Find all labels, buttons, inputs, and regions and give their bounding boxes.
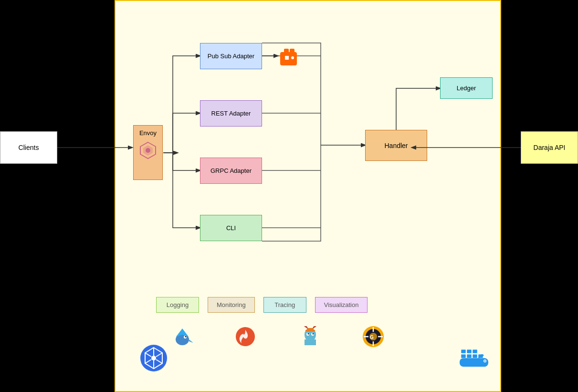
tracing-badge: Tracing [263,297,306,313]
grpc-adapter-label: GRPC Adapter [210,167,252,174]
pub-sub-adapter-node: Pub Sub Adapter [200,43,262,69]
svg-rect-14 [285,56,289,60]
logging-label: Logging [167,301,189,308]
envoy-label: Envoy [139,129,157,137]
prometheus-icon [217,325,273,349]
cli-label: CLI [226,224,236,232]
envoy-icon [138,141,158,163]
monitoring-label: Monitoring [217,301,246,308]
svg-rect-12 [290,49,294,54]
ledger-node: Ledger [440,77,493,99]
pub-sub-adapter-label: Pub Sub Adapter [208,53,254,60]
svg-rect-56 [467,354,472,358]
bottom-badges-container: Logging Monitoring Tracing Visualization [156,297,368,313]
svg-point-15 [291,56,294,59]
svg-point-27 [312,333,314,334]
svg-marker-18 [189,339,193,343]
clients-label: Clients [19,144,39,151]
clients-node: Clients [0,131,57,164]
daraja-api-node: Daraja API [521,131,578,164]
kubernetes-icon [139,344,168,374]
svg-rect-11 [284,49,289,54]
jaeger-icon [282,325,338,349]
monitoring-badge: Monitoring [208,297,255,313]
svg-rect-57 [473,354,477,358]
rest-adapter-label: REST Adapter [211,110,251,117]
ledger-label: Ledger [457,85,476,92]
envoy-node: Envoy [133,125,163,180]
bottom-icons-container: G [156,325,399,349]
svg-text:G: G [370,335,374,340]
svg-point-20 [185,336,186,337]
svg-point-60 [484,360,486,362]
svg-rect-55 [461,354,466,358]
tracing-label: Tracing [274,301,295,308]
svg-rect-53 [467,350,472,353]
svg-rect-54 [473,350,477,353]
svg-rect-29 [305,330,315,331]
visualization-label: Visualization [324,301,359,308]
rest-adapter-node: REST Adapter [200,100,262,127]
docker-icon [457,344,491,372]
main-canvas: Envoy Pub Sub Adapter REST Adapter GRP [115,0,501,392]
daraja-api-label: Daraja API [534,144,566,151]
svg-point-44 [151,356,156,360]
svg-point-9 [146,148,150,153]
handler-label: Handler [384,142,408,149]
rabbitmq-icon [278,46,299,70]
svg-rect-52 [461,350,466,353]
handler-node: Handler [365,130,427,161]
grpc-adapter-node: GRPC Adapter [200,158,262,184]
svg-rect-51 [460,358,488,367]
visualization-badge: Visualization [315,297,368,313]
logging-badge: Logging [156,297,199,313]
grafana-icon: G [347,325,399,349]
cli-node: CLI [200,215,262,241]
svg-point-26 [307,333,309,334]
